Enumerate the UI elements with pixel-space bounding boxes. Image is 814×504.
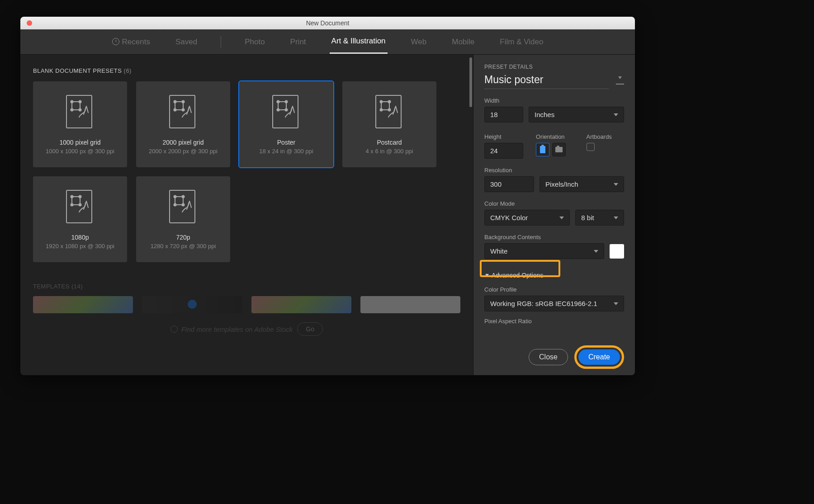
preset-dimensions: 1000 x 1000 px @ 300 ppi bbox=[46, 148, 114, 155]
resolution-unit-select[interactable]: Pixels/Inch bbox=[540, 176, 624, 192]
tab-label: Recents bbox=[122, 38, 150, 46]
svg-point-9 bbox=[182, 100, 185, 103]
svg-point-16 bbox=[277, 108, 279, 111]
tab-film-video[interactable]: Film & Video bbox=[498, 31, 545, 53]
preset-card[interactable]: 1080p1920 x 1080 px @ 300 ppi bbox=[33, 176, 127, 262]
svg-point-20 bbox=[380, 100, 383, 103]
chevron-down-icon bbox=[559, 217, 564, 219]
svg-point-35 bbox=[182, 203, 185, 206]
document-icon bbox=[272, 94, 301, 131]
preset-dimensions: 1920 x 1080 px @ 300 ppi bbox=[46, 243, 114, 250]
document-icon bbox=[169, 189, 198, 226]
height-input[interactable]: 24 bbox=[484, 143, 523, 159]
presets-heading: BLANK DOCUMENT PRESETS (6) bbox=[33, 67, 460, 74]
pixel-aspect-ratio-label: Pixel Aspect Ratio bbox=[484, 318, 624, 325]
background-select[interactable]: White bbox=[484, 243, 604, 259]
preset-dimensions: 1280 x 720 px @ 300 ppi bbox=[151, 243, 216, 250]
preset-name: 1000 pixel grid bbox=[59, 139, 100, 146]
colormode-value: CMYK Color bbox=[490, 214, 528, 221]
document-icon bbox=[66, 189, 95, 226]
colormode-select[interactable]: CMYK Color bbox=[484, 210, 570, 226]
go-button[interactable]: Go bbox=[297, 322, 323, 336]
create-button[interactable]: Create bbox=[578, 349, 620, 365]
svg-point-8 bbox=[174, 100, 176, 103]
preset-dimensions: 18 x 24 in @ 300 ppi bbox=[259, 148, 313, 155]
tab-art-illustration[interactable]: Art & Illustration bbox=[330, 30, 388, 54]
tab-mobile[interactable]: Mobile bbox=[450, 31, 476, 53]
orientation-landscape-button[interactable] bbox=[552, 143, 566, 156]
svg-point-2 bbox=[71, 100, 73, 103]
svg-point-27 bbox=[79, 195, 81, 198]
preset-card[interactable]: 2000 pixel grid2000 x 2000 px @ 300 ppi bbox=[136, 81, 230, 167]
close-window-icon[interactable] bbox=[27, 20, 32, 26]
bitdepth-select[interactable]: 8 bit bbox=[575, 210, 624, 226]
tab-photo[interactable]: Photo bbox=[243, 31, 266, 53]
scrollbar[interactable] bbox=[469, 57, 472, 107]
chevron-down-icon bbox=[614, 302, 618, 305]
artboards-label: Artboards bbox=[587, 133, 625, 140]
svg-rect-1 bbox=[72, 102, 80, 110]
unit-select[interactable]: Inches bbox=[529, 107, 624, 122]
portrait-icon bbox=[540, 146, 545, 153]
titlebar: New Document bbox=[20, 17, 635, 29]
template-thumb[interactable] bbox=[360, 296, 460, 313]
svg-rect-13 bbox=[278, 102, 286, 110]
svg-point-34 bbox=[174, 203, 176, 206]
template-thumb[interactable] bbox=[142, 296, 242, 313]
category-tabs: Recents Saved Photo Print Art & Illustra… bbox=[20, 29, 635, 55]
close-button[interactable]: Close bbox=[529, 349, 568, 365]
chevron-down-icon bbox=[614, 217, 618, 219]
tab-recents[interactable]: Recents bbox=[110, 31, 152, 53]
orientation-portrait-button[interactable] bbox=[536, 143, 549, 156]
svg-point-15 bbox=[285, 100, 288, 103]
svg-point-11 bbox=[182, 108, 185, 111]
bg-value: White bbox=[490, 247, 507, 255]
traffic-lights bbox=[27, 20, 32, 26]
tab-divider bbox=[221, 36, 221, 48]
presets-panel: BLANK DOCUMENT PRESETS (6) 1000 pixel gr… bbox=[20, 55, 473, 375]
orientation-label: Orientation bbox=[536, 133, 574, 140]
svg-point-26 bbox=[71, 195, 73, 198]
tab-saved[interactable]: Saved bbox=[174, 31, 199, 53]
artboards-checkbox[interactable] bbox=[587, 143, 595, 151]
tab-web[interactable]: Web bbox=[409, 31, 429, 53]
document-icon bbox=[375, 94, 404, 131]
window-title: New Document bbox=[20, 19, 635, 27]
template-thumb[interactable] bbox=[251, 296, 351, 313]
resolution-label: Resolution bbox=[484, 167, 624, 174]
preset-name: Poster bbox=[277, 139, 295, 146]
chevron-down-icon bbox=[614, 113, 618, 116]
background-color-swatch[interactable] bbox=[610, 244, 624, 259]
svg-point-3 bbox=[79, 100, 81, 103]
preset-name: 720p bbox=[176, 234, 190, 241]
preset-card[interactable]: Poster18 x 24 in @ 300 ppi bbox=[239, 81, 333, 167]
chevron-down-icon bbox=[614, 183, 618, 186]
template-thumb[interactable] bbox=[33, 296, 133, 313]
document-name-input[interactable]: Music poster bbox=[484, 74, 609, 89]
heading-text: BLANK DOCUMENT PRESETS bbox=[33, 67, 122, 74]
resolution-input[interactable]: 300 bbox=[484, 176, 534, 192]
svg-point-10 bbox=[174, 108, 176, 111]
profile-value: Working RGB: sRGB IEC61966-2.1 bbox=[490, 300, 597, 307]
svg-point-29 bbox=[79, 203, 81, 206]
bitdepth-value: 8 bit bbox=[581, 214, 594, 221]
background-label: Background Contents bbox=[484, 234, 624, 240]
preset-card[interactable]: 720p1280 x 720 px @ 300 ppi bbox=[136, 176, 230, 262]
width-input[interactable]: 18 bbox=[484, 107, 523, 122]
save-preset-icon[interactable] bbox=[616, 78, 624, 85]
svg-point-23 bbox=[388, 108, 391, 111]
preset-card[interactable]: 1000 pixel grid1000 x 1000 px @ 300 ppi bbox=[33, 81, 127, 167]
svg-rect-7 bbox=[175, 102, 183, 110]
preset-card[interactable]: Postcard4 x 6 in @ 300 ppi bbox=[342, 81, 436, 167]
preset-details-panel: PRESET DETAILS Music poster Width 18 Inc… bbox=[473, 55, 635, 375]
document-icon bbox=[66, 94, 95, 131]
svg-point-5 bbox=[79, 108, 81, 111]
tab-print[interactable]: Print bbox=[289, 31, 308, 53]
svg-rect-31 bbox=[175, 197, 183, 205]
color-profile-select[interactable]: Working RGB: sRGB IEC61966-2.1 bbox=[484, 296, 624, 311]
preset-name: 1080p bbox=[71, 234, 89, 241]
svg-point-17 bbox=[285, 108, 288, 111]
stock-search-input[interactable]: Find more templates on Adobe Stock bbox=[170, 325, 293, 333]
advanced-options-toggle[interactable]: Advanced Options bbox=[484, 270, 544, 281]
height-label: Height bbox=[484, 133, 523, 140]
